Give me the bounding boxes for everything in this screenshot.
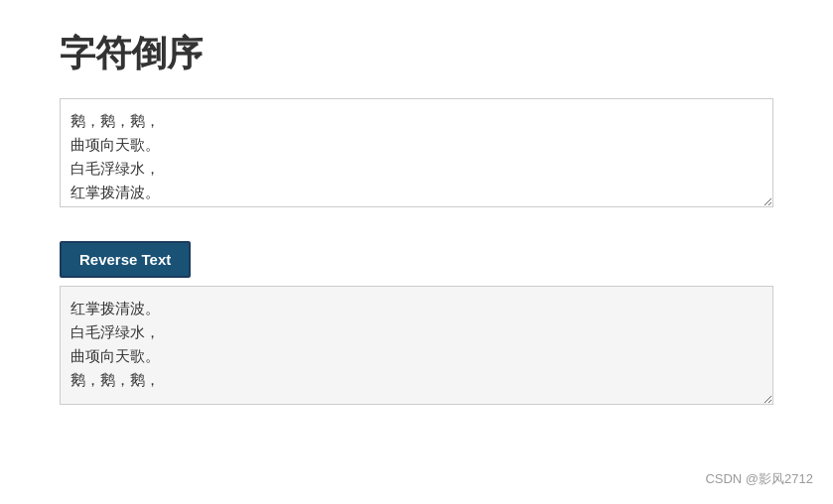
input-textarea[interactable] — [60, 98, 773, 207]
button-row: Reverse Text — [60, 241, 773, 278]
reverse-text-button[interactable]: Reverse Text — [60, 241, 191, 278]
footer-text: CSDN @影风2712 — [705, 470, 813, 488]
page-title: 字符倒序 — [60, 30, 773, 78]
output-textarea[interactable] — [60, 286, 773, 405]
